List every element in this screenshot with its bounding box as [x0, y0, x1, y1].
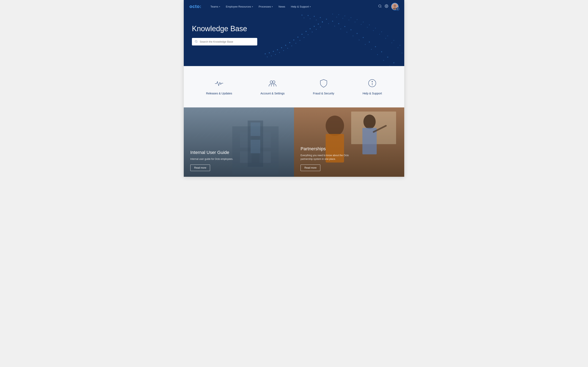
- category-account-settings[interactable]: Account & Settings: [256, 75, 290, 98]
- nav-item-help-support[interactable]: Help & Support ▾: [288, 3, 313, 10]
- card-desc-partnerships: Everything you need to know about the Oc…: [301, 154, 358, 161]
- svg-point-30: [308, 34, 309, 35]
- svg-point-38: [326, 19, 327, 20]
- svg-point-87: [398, 47, 398, 48]
- svg-point-48: [387, 57, 388, 58]
- read-more-partnerships-button[interactable]: Read more: [301, 165, 320, 171]
- categories-section: Releases & Updates Account & Settings: [184, 66, 404, 108]
- svg-point-51: [310, 18, 311, 19]
- svg-point-50: [303, 17, 304, 18]
- svg-point-46: [375, 46, 376, 47]
- svg-point-85: [385, 38, 386, 39]
- svg-point-21: [271, 55, 272, 56]
- svg-point-63: [383, 60, 384, 61]
- svg-point-79: [348, 20, 349, 20]
- nav-item-teams[interactable]: Teams ▾: [208, 3, 223, 10]
- svg-point-10: [285, 45, 286, 46]
- card-internal-user-guide: Internal User Guide Internal user guide …: [184, 108, 294, 177]
- category-help-support[interactable]: Help & Support: [358, 75, 387, 98]
- svg-point-1: [386, 6, 387, 7]
- svg-point-29: [303, 37, 304, 38]
- svg-point-45: [369, 42, 370, 43]
- svg-point-67: [345, 16, 345, 16]
- svg-point-106: [363, 115, 376, 129]
- svg-point-47: [381, 51, 382, 52]
- search-icon: [195, 40, 198, 43]
- svg-point-59: [359, 40, 360, 40]
- read-more-guide-button[interactable]: Read more: [190, 165, 210, 171]
- svg-point-39: [332, 21, 333, 22]
- nav-label-help-support: Help & Support: [291, 5, 309, 8]
- settings-button[interactable]: [385, 4, 388, 9]
- svg-point-26: [291, 45, 292, 46]
- info-icon: [367, 78, 377, 88]
- category-releases-updates[interactable]: Releases & Updates: [201, 75, 237, 98]
- card-title-partnerships: Partnerships: [301, 146, 398, 151]
- search-inner: [192, 38, 257, 45]
- chevron-down-icon: ▾: [272, 6, 273, 8]
- svg-point-23: [279, 52, 280, 53]
- brand-logo[interactable]: octo:: [190, 4, 201, 9]
- svg-point-74: [387, 35, 388, 36]
- chevron-down-icon: ▾: [310, 6, 311, 8]
- nav-label-teams: Teams: [210, 5, 218, 8]
- cards-row: Internal User Guide Internal user guide …: [184, 108, 404, 177]
- svg-point-0: [379, 5, 381, 7]
- page-wrapper: octo: Teams ▾ Employee Resources ▾ Proce…: [184, 0, 404, 177]
- dots-svg: [261, 13, 404, 66]
- search-input[interactable]: [200, 40, 254, 43]
- category-label-releases: Releases & Updates: [206, 92, 232, 95]
- svg-point-5: [265, 53, 266, 54]
- chevron-down-icon: ▾: [252, 6, 253, 8]
- svg-point-52: [316, 20, 317, 20]
- svg-point-84: [379, 34, 380, 35]
- svg-point-36: [314, 16, 315, 17]
- nav-label-processes: Processes: [259, 5, 271, 8]
- user-avatar[interactable]: 0: [391, 3, 398, 10]
- svg-point-54: [328, 23, 329, 24]
- svg-point-94: [372, 81, 373, 82]
- gear-icon: [385, 4, 388, 8]
- svg-point-25: [287, 48, 288, 49]
- svg-point-58: [353, 35, 354, 36]
- svg-point-66: [338, 14, 339, 15]
- navbar: octo: Teams ▾ Employee Resources ▾ Proce…: [184, 0, 404, 13]
- svg-point-70: [363, 22, 364, 22]
- shield-icon: [319, 78, 329, 88]
- svg-point-3: [394, 4, 396, 7]
- svg-point-62: [377, 54, 378, 55]
- search-button[interactable]: [378, 4, 382, 9]
- logo-symbol: :: [200, 4, 201, 9]
- svg-point-77: [336, 17, 337, 17]
- svg-point-64: [389, 66, 390, 66]
- svg-point-7: [273, 51, 274, 52]
- svg-point-12: [293, 40, 294, 41]
- svg-point-60: [365, 44, 366, 45]
- nav-item-employee-resources[interactable]: Employee Resources ▾: [223, 3, 255, 10]
- svg-point-35: [308, 15, 309, 16]
- svg-point-13: [297, 37, 298, 38]
- card-content-partnerships: Partnerships Everything you need to know…: [301, 146, 398, 171]
- notification-badge: 0: [396, 7, 399, 11]
- category-label-help: Help & Support: [363, 92, 382, 95]
- nav-item-processes[interactable]: Processes ▾: [256, 3, 276, 10]
- category-label-fraud: Fraud & Security: [313, 92, 334, 95]
- svg-point-19: [322, 22, 323, 23]
- svg-point-20: [267, 57, 268, 57]
- nav-item-news[interactable]: News: [276, 3, 288, 10]
- logo-text: octo: [190, 4, 200, 9]
- svg-point-78: [342, 18, 343, 19]
- card-content-left: Internal User Guide Internal user guide …: [190, 150, 287, 171]
- svg-point-91: [273, 81, 275, 83]
- svg-point-89: [195, 40, 197, 42]
- svg-point-24: [283, 50, 284, 51]
- svg-point-68: [351, 17, 351, 18]
- svg-point-22: [275, 54, 276, 55]
- category-fraud-security[interactable]: Fraud & Security: [308, 75, 339, 98]
- svg-point-8: [277, 49, 278, 50]
- search-icon: [378, 4, 382, 8]
- users-icon: [268, 78, 277, 88]
- nav-menu: Teams ▾ Employee Resources ▾ Processes ▾…: [208, 3, 378, 10]
- svg-point-44: [363, 37, 364, 38]
- svg-point-49: [393, 62, 394, 63]
